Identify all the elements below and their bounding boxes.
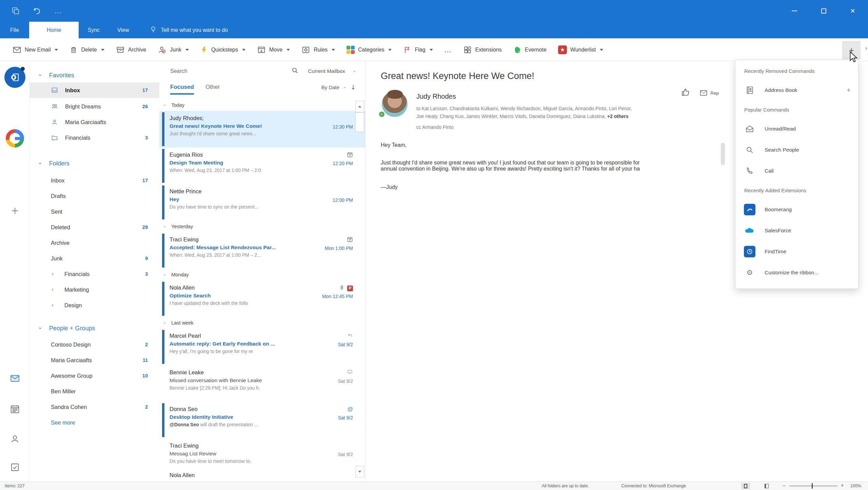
quick-access-more-icon[interactable]: … <box>54 6 62 15</box>
delete-button[interactable]: Delete <box>64 38 110 61</box>
new-email-button[interactable]: New Email <box>7 38 64 61</box>
mail-nav-button[interactable] <box>0 373 30 384</box>
panel-item-address-book[interactable]: Address Book + <box>735 80 858 101</box>
tab-focused[interactable]: Focused <box>170 84 194 95</box>
tab-other[interactable]: Other <box>205 84 220 91</box>
sort-direction-icon[interactable]: ↓ <box>351 84 356 91</box>
rules-button[interactable]: Rules <box>296 38 341 61</box>
junk-button[interactable]: Junk <box>152 38 195 61</box>
sidebar-item-junk[interactable]: Junk 9 <box>30 251 159 266</box>
message-item[interactable]: Bennie Leake Missed conversation with Be… <box>159 365 365 402</box>
group-header-yesterday[interactable]: › Yesterday <box>159 221 365 232</box>
zoom-out-button[interactable]: – <box>783 482 785 488</box>
tab-home[interactable]: Home <box>29 22 79 38</box>
search-icon[interactable] <box>291 66 299 76</box>
panel-item-search-people[interactable]: Search People <box>735 139 858 160</box>
maximize-button[interactable] <box>818 5 829 17</box>
calendar-nav-button[interactable] <box>0 404 30 414</box>
reading-scrollbar-thumb[interactable] <box>721 143 725 165</box>
panel-item-findtime[interactable]: FindTime <box>735 241 858 262</box>
panel-item-call[interactable]: Call <box>735 160 858 181</box>
message-item[interactable]: Donna Seo Desktop Identity Initiative @D… <box>159 402 365 438</box>
extensions-button[interactable]: Extensions <box>457 38 508 61</box>
evernote-button[interactable]: Evernote <box>508 38 552 61</box>
tell-me-box[interactable]: Tell me what you want to do <box>150 22 228 38</box>
sidebar-item-archive[interactable]: Archive <box>30 235 159 251</box>
message-item[interactable]: Traci Ewing Accepted: Message List Rende… <box>159 232 365 269</box>
sidebar-item-contoso-design[interactable]: Contoso Design 2 <box>30 337 159 352</box>
move-button[interactable]: Move <box>251 38 296 61</box>
wunderlist-button[interactable]: Wunderlist <box>552 38 609 61</box>
sidebar-item-maria-garciaafts[interactable]: Maria Garciaafts <box>30 114 159 130</box>
sidebar-item-awesome-group[interactable]: Awesome Group 10 <box>30 368 159 384</box>
outlook-account-button[interactable] <box>0 67 30 88</box>
reply-button[interactable]: Rep <box>699 89 719 97</box>
sender-avatar[interactable] <box>382 91 408 117</box>
undo-icon[interactable] <box>33 6 41 15</box>
tab-file[interactable]: File <box>0 22 29 38</box>
sidebar-item-sandra-cohen[interactable]: Sandra Cohen 2 <box>30 399 159 415</box>
zoom-level[interactable]: 100% <box>850 484 861 488</box>
categories-button[interactable]: Categories <box>341 38 397 61</box>
scrollbar-up-button[interactable] <box>355 101 364 112</box>
tab-sync[interactable]: Sync <box>79 22 108 38</box>
sidebar-item-drafts[interactable]: Drafts <box>30 188 159 204</box>
scrollbar-thumb[interactable] <box>355 112 364 132</box>
people-groups-section-header[interactable]: › People + Groups <box>30 322 159 335</box>
chevron-right-icon[interactable]: › <box>52 302 58 308</box>
group-header-today[interactable]: › Today <box>159 99 365 111</box>
favorites-section-header[interactable]: › Favorites <box>30 69 159 82</box>
message-item[interactable]: Nettie Prince Hey Do you have time to sy… <box>159 184 365 221</box>
sidebar-item-financials[interactable]: › Financials 3 <box>30 266 159 282</box>
sender-name[interactable]: Judy Rhodes <box>416 93 456 100</box>
sidebar-item-sent[interactable]: Sent <box>30 204 159 219</box>
chevron-down-icon[interactable]: › <box>352 70 357 72</box>
panel-item-boomerang[interactable]: Boomerang <box>735 199 858 220</box>
tasks-nav-button[interactable] <box>0 462 30 472</box>
message-item[interactable]: Eugenia Rios Design Team Meeting When: W… <box>159 148 365 184</box>
sidebar-item-ben-miller[interactable]: Ben Miller <box>30 384 159 399</box>
sidebar-item-financials-favorite[interactable]: Financials 3 <box>30 130 159 145</box>
google-account-button[interactable] <box>0 129 30 148</box>
tab-view[interactable]: View <box>108 22 138 38</box>
sidebar-item-maria-garciaafts-group[interactable]: Maria Garciaafts 11 <box>30 352 159 368</box>
ribbon-collapse-icon[interactable]: › <box>865 45 867 52</box>
add-account-button[interactable]: + <box>0 204 30 218</box>
group-header-last-week[interactable]: › Last week <box>159 317 365 329</box>
message-item[interactable]: Nola Allen <box>159 471 365 479</box>
sidebar-item-bright-dreams[interactable]: Bright Dreams 26 <box>30 99 159 114</box>
search-input[interactable]: Search <box>170 68 188 74</box>
message-item[interactable]: Traci Ewing Messag List Review Do you ha… <box>159 438 365 471</box>
toolbar-overflow-button[interactable]: … <box>439 45 457 54</box>
customize-ribbon-item[interactable]: ⚙ Customize the ribbon... <box>735 262 858 283</box>
search-bar[interactable]: Search Current Mailbox › <box>159 61 365 81</box>
quicksteps-button[interactable]: Quicksteps <box>195 38 251 61</box>
zoom-slider-thumb[interactable] <box>812 483 813 489</box>
like-icon[interactable] <box>681 88 690 98</box>
scrollbar-down-button[interactable] <box>355 466 364 477</box>
message-item[interactable]: Nola Allen Optimize Search I have update… <box>159 280 365 317</box>
send-receive-icon[interactable] <box>12 7 20 15</box>
panel-item-salesforce[interactable]: SalesForce <box>735 220 858 241</box>
panel-item-unread-read[interactable]: Unread/Read <box>735 118 858 139</box>
archive-button[interactable]: Archive <box>110 38 152 61</box>
sidebar-item-inbox-favorite[interactable]: Inbox 17 <box>30 82 159 98</box>
people-nav-button[interactable] <box>0 434 30 444</box>
zoom-in-button[interactable]: + <box>841 483 844 488</box>
sidebar-item-deleted[interactable]: Deleted 29 <box>30 219 159 235</box>
sidebar-item-inbox[interactable]: Inbox 17 <box>30 173 159 188</box>
search-scope-dropdown[interactable]: Current Mailbox <box>308 68 345 74</box>
flag-button[interactable]: Flag <box>397 38 438 61</box>
add-command-button[interactable]: + <box>847 86 851 94</box>
zoom-slider-track[interactable] <box>789 486 837 486</box>
more-recipients-link[interactable]: +2 others <box>607 114 629 119</box>
chevron-right-icon[interactable]: › <box>52 287 58 293</box>
group-header-monday[interactable]: › Monday <box>159 269 365 280</box>
close-button[interactable]: × <box>847 5 859 17</box>
folders-section-header[interactable]: › Folders <box>30 157 159 170</box>
sidebar-item-design[interactable]: › Design <box>30 297 159 313</box>
message-item[interactable]: Marcel Pearl Automatic reply: Get Early … <box>159 329 365 365</box>
sidebar-item-marketing[interactable]: › Marketing <box>30 282 159 297</box>
sort-by-dropdown[interactable]: By Date <box>321 84 339 90</box>
minimize-button[interactable] <box>789 5 800 17</box>
